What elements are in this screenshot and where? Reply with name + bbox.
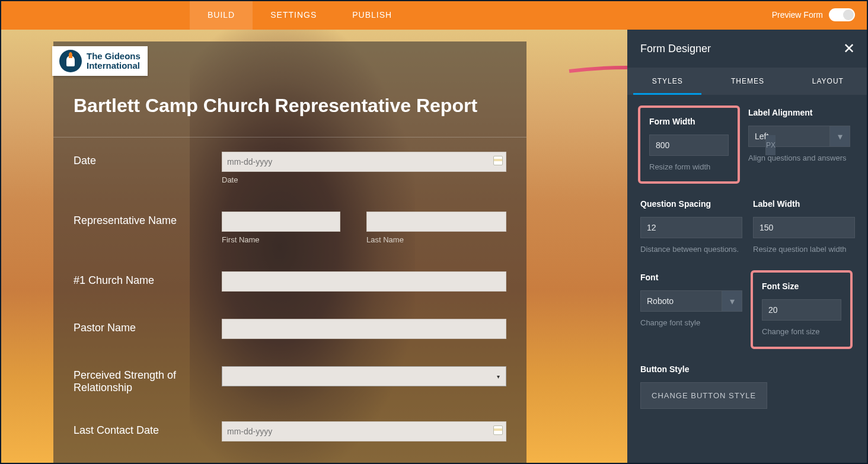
font-size-input[interactable] xyxy=(762,300,868,320)
question-spacing-block: Question Spacing PX Distance between que… xyxy=(640,199,742,255)
chevron-down-icon: ▾ xyxy=(497,373,500,380)
font-size-help: Change font size xyxy=(762,327,841,337)
toggle-knob xyxy=(843,9,854,20)
panel-title: Form Designer xyxy=(640,43,711,55)
label-alignment-dropdown[interactable]: ▾ xyxy=(829,126,850,146)
nav-settings[interactable]: SETTINGS xyxy=(253,0,334,30)
panel-tabs: STYLES THEMES LAYOUT xyxy=(627,68,868,95)
date-input[interactable] xyxy=(222,152,506,172)
lastcontact-input[interactable] xyxy=(222,421,506,441)
torch-icon xyxy=(59,50,82,72)
button-style-label: Button Style xyxy=(640,364,855,374)
font-size-label: Font Size xyxy=(762,281,841,291)
form-designer-panel: Form Designer ✕ STYLES THEMES LAYOUT For… xyxy=(627,30,868,464)
change-button-style-button[interactable]: CHANGE BUTTON STYLE xyxy=(640,382,767,409)
chevron-down-icon: ▾ xyxy=(838,131,843,142)
date-sublabel: Date xyxy=(222,175,506,184)
preview-form-label: Preview Form xyxy=(772,10,823,20)
chevron-down-icon: ▾ xyxy=(730,296,735,307)
label-width-block: Label Width PX Resize question label wid… xyxy=(753,199,855,255)
nav-build[interactable]: BUILD xyxy=(190,0,253,30)
lastname-input[interactable] xyxy=(366,212,506,232)
question-spacing-label: Question Spacing xyxy=(640,199,742,209)
strength-select[interactable]: ▾ xyxy=(222,366,506,386)
form-width-block: Form Width PX Resize form width xyxy=(638,105,740,184)
label-width-input[interactable] xyxy=(754,217,868,238)
preview-form-area: Preview Form xyxy=(772,8,855,21)
preview-form-toggle[interactable] xyxy=(829,8,855,21)
font-value: Roboto xyxy=(641,291,722,311)
date-label: Date xyxy=(74,152,222,167)
logo-line2: International xyxy=(87,61,141,71)
tab-layout[interactable]: LAYOUT xyxy=(788,68,868,95)
logo-line1: The Gideons xyxy=(87,52,141,62)
close-icon[interactable]: ✕ xyxy=(843,40,855,57)
font-block: Font Roboto ▾ Change font style xyxy=(640,273,742,346)
font-dropdown[interactable]: ▾ xyxy=(722,291,742,311)
church-input[interactable] xyxy=(222,271,506,292)
form-width-input[interactable] xyxy=(650,135,765,155)
lastcontact-label: Last Contact Date xyxy=(74,421,222,437)
strength-label: Perceived Strength of Relationship xyxy=(74,366,222,394)
form-width-help: Resize form width xyxy=(649,162,729,172)
calendar-icon[interactable] xyxy=(493,156,503,165)
label-width-label: Label Width xyxy=(753,199,855,209)
label-width-help: Resize question label width xyxy=(753,244,855,255)
button-style-block: Button Style CHANGE BUTTON STYLE xyxy=(640,364,855,409)
font-help: Change font style xyxy=(640,318,742,328)
repname-label: Representative Name xyxy=(74,212,222,227)
tab-themes[interactable]: THEMES xyxy=(707,68,787,95)
pastor-input[interactable] xyxy=(222,319,506,339)
lastname-sublabel: Last Name xyxy=(366,235,506,244)
firstname-sublabel: First Name xyxy=(222,235,340,244)
calendar-icon[interactable] xyxy=(493,425,503,435)
font-label: Font xyxy=(640,273,742,282)
church-label: #1 Church Name xyxy=(74,271,222,287)
form-preview: The Gideons International Bartlett Camp … xyxy=(53,41,526,464)
label-alignment-label: Label Alignment xyxy=(748,108,850,117)
form-width-label: Form Width xyxy=(649,117,729,126)
unit-px: PX xyxy=(765,135,776,155)
nav-publish[interactable]: PUBLISH xyxy=(334,0,410,30)
firstname-input[interactable] xyxy=(222,212,340,232)
org-logo: The Gideons International xyxy=(52,46,148,76)
pastor-label: Pastor Name xyxy=(74,319,222,334)
question-spacing-input[interactable] xyxy=(641,217,757,238)
top-navbar: BUILD SETTINGS PUBLISH Preview Form xyxy=(0,0,868,30)
top-nav-group: BUILD SETTINGS PUBLISH xyxy=(190,0,410,30)
question-spacing-help: Distance between questions. xyxy=(640,244,742,255)
font-size-block: Font Size PX Change font size xyxy=(751,270,853,348)
tab-styles[interactable]: STYLES xyxy=(627,68,707,95)
